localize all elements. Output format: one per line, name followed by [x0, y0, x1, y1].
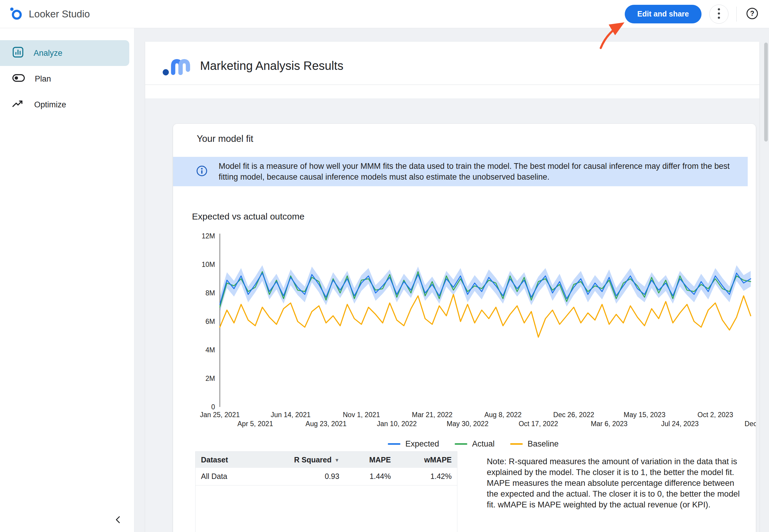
analyze-chart-icon — [12, 46, 24, 60]
svg-text:Aug 8, 2022: Aug 8, 2022 — [484, 411, 522, 419]
legend-label: Baseline — [528, 439, 559, 449]
sidebar-item-analyze[interactable]: Analyze — [0, 40, 129, 66]
svg-text:Dec 26, 2022: Dec 26, 2022 — [553, 411, 594, 419]
svg-text:Nov 1, 2021: Nov 1, 2021 — [343, 411, 380, 419]
report-viewport: Marketing Analysis Results Your model fi… — [134, 28, 769, 532]
sidebar-nav: AnalyzePlanOptimize — [0, 40, 134, 118]
vertical-scrollbar[interactable] — [764, 29, 768, 531]
model-fit-note: Note: R-squared measures the amount of v… — [487, 456, 746, 510]
sidebar-item-optimize[interactable]: Optimize — [0, 92, 129, 118]
table-header-mape[interactable]: MAPE — [345, 452, 396, 468]
report-header-divider — [145, 85, 759, 85]
legend-label: Expected — [405, 439, 439, 449]
legend-item-expected[interactable]: Expected — [388, 439, 439, 449]
chart-section-heading: Expected vs actual outcome — [192, 211, 304, 222]
model-fit-card: Your model fit Model fit is a measure of… — [173, 124, 756, 532]
report-title: Marketing Analysis Results — [200, 59, 343, 73]
table-header-wmape[interactable]: wMAPE — [396, 452, 457, 468]
sidebar-item-plan[interactable]: Plan — [0, 66, 129, 92]
table-empty-area — [196, 486, 457, 532]
table-row: All Data0.931.44%1.42% — [196, 468, 457, 485]
table-header-r-squared[interactable]: R Squared▼ — [256, 452, 345, 468]
header-divider — [736, 7, 737, 22]
legend-label: Actual — [472, 439, 495, 449]
more-options-button[interactable] — [709, 4, 729, 24]
svg-text:Aug 23, 2021: Aug 23, 2021 — [306, 420, 347, 428]
sidebar-collapse-button[interactable] — [110, 512, 126, 528]
legend-swatch — [510, 443, 523, 445]
svg-text:6M: 6M — [205, 318, 215, 325]
report-canvas: Marketing Analysis Results Your model fi… — [145, 42, 759, 532]
svg-text:Oct 2, 2023: Oct 2, 2023 — [698, 411, 733, 419]
chart-legend: ExpectedActualBaseline — [190, 439, 756, 449]
svg-text:Oct 17, 2022: Oct 17, 2022 — [519, 420, 558, 428]
toggle-icon — [12, 73, 25, 85]
trending-up-icon — [12, 99, 25, 110]
svg-text:4M: 4M — [205, 346, 215, 354]
help-button[interactable]: ? — [744, 6, 760, 22]
svg-text:Mar 21, 2022: Mar 21, 2022 — [412, 411, 453, 419]
svg-text:8M: 8M — [205, 289, 215, 297]
legend-item-actual[interactable]: Actual — [455, 439, 495, 449]
info-banner: Model fit is a measure of how well your … — [173, 157, 748, 186]
marketing-m-logo-icon — [162, 53, 191, 78]
expected-vs-actual-chart: 12M10M8M6M4M2M0Jan 25, 2021Apr 5, 2021Ju… — [190, 229, 756, 439]
svg-text:2M: 2M — [205, 375, 215, 382]
kebab-menu-icon — [717, 7, 720, 21]
table-header-dataset[interactable]: Dataset — [196, 452, 256, 468]
model-fit-table: DatasetR Squared▼MAPEwMAPE All Data0.931… — [195, 451, 457, 532]
svg-text:May 15, 2023: May 15, 2023 — [624, 411, 665, 419]
report-page-sidebar: AnalyzePlanOptimize — [0, 28, 134, 532]
svg-text:Apr 5, 2021: Apr 5, 2021 — [238, 420, 273, 428]
legend-swatch — [388, 443, 400, 445]
svg-text:10M: 10M — [202, 261, 215, 268]
looker-studio-logo-icon — [9, 7, 23, 22]
svg-text:0: 0 — [211, 403, 215, 411]
scrollbar-thumb[interactable] — [764, 43, 768, 142]
svg-text:May 30, 2022: May 30, 2022 — [447, 420, 488, 428]
svg-text:12M: 12M — [202, 232, 215, 240]
svg-text:?: ? — [750, 10, 754, 17]
chevron-left-icon — [112, 514, 124, 527]
app-header: Looker Studio Edit and share ? — [0, 0, 769, 28]
sidebar-item-label: Optimize — [34, 100, 66, 109]
info-banner-text: Model fit is a measure of how well your … — [219, 161, 748, 182]
legend-item-baseline[interactable]: Baseline — [510, 439, 559, 449]
sort-descending-icon: ▼ — [335, 458, 340, 463]
svg-text:Jan 25, 2021: Jan 25, 2021 — [200, 411, 240, 419]
svg-text:Jul 24, 2023: Jul 24, 2023 — [661, 420, 699, 428]
table-cell: 1.44% — [345, 468, 396, 485]
report-body-section: Your model fit Model fit is a measure of… — [145, 98, 759, 532]
svg-text:Jan 10, 2022: Jan 10, 2022 — [377, 420, 417, 428]
card-heading: Your model fit — [197, 133, 253, 144]
info-icon — [196, 165, 208, 178]
looker-studio-brand[interactable]: Looker Studio — [9, 7, 90, 22]
table-cell: 1.42% — [396, 468, 457, 485]
edit-and-share-button[interactable]: Edit and share — [625, 5, 702, 23]
svg-text:Mar 6, 2023: Mar 6, 2023 — [591, 420, 628, 428]
report-header: Marketing Analysis Results — [162, 53, 343, 78]
svg-text:Dec: Dec — [745, 420, 756, 428]
app-title: Looker Studio — [29, 8, 90, 20]
sidebar-item-label: Plan — [35, 74, 51, 84]
table-cell: All Data — [196, 468, 256, 485]
table-cell: 0.93 — [256, 468, 345, 485]
help-icon: ? — [746, 7, 759, 21]
svg-text:Jun 14, 2021: Jun 14, 2021 — [271, 411, 310, 419]
legend-swatch — [455, 443, 467, 445]
sidebar-item-label: Analyze — [34, 49, 62, 58]
